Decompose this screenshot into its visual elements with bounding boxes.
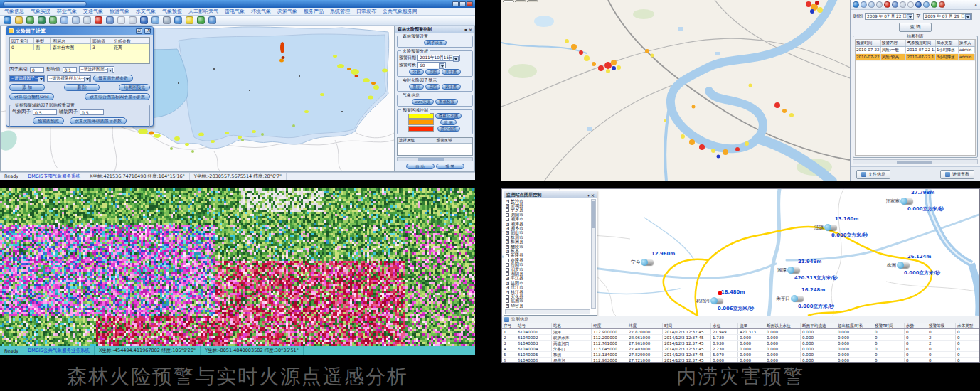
checkbox[interactable] bbox=[506, 250, 509, 253]
set-params-button[interactable]: 设置面分析参数 bbox=[93, 75, 133, 82]
menu-item[interactable]: 气象实况 bbox=[31, 8, 50, 15]
identify-icon[interactable] bbox=[129, 16, 137, 24]
display-button[interactable]: 显示 bbox=[409, 84, 424, 90]
menu-item[interactable]: 公共气象服务网 bbox=[383, 8, 417, 15]
window-icon[interactable] bbox=[892, 1, 898, 8]
warn-preview-button[interactable]: 预警图预览 bbox=[33, 117, 64, 124]
vertical-scrollbar[interactable] bbox=[591, 199, 596, 309]
result-row[interactable]: 2010-07-22 1...风险:较高2010-07-22 1...3小时降水… bbox=[856, 54, 975, 61]
checkbox[interactable] bbox=[506, 295, 509, 299]
menu-item[interactable]: 雷电气象 bbox=[225, 8, 245, 15]
analyze-button[interactable]: 因子图 bbox=[442, 69, 461, 75]
minimize-icon[interactable] bbox=[452, 1, 459, 6]
refresh-icon[interactable] bbox=[117, 16, 125, 24]
layer-select-icon[interactable] bbox=[49, 16, 57, 24]
gauge-icon[interactable] bbox=[898, 262, 910, 268]
layer-checkbox-item[interactable]: 华容县 bbox=[506, 304, 590, 308]
date-to-picker[interactable]: 2009 年 07 月 29 日 bbox=[923, 13, 972, 20]
close-icon[interactable] bbox=[144, 28, 151, 34]
checkbox[interactable] bbox=[506, 254, 509, 257]
image-icon[interactable] bbox=[923, 1, 930, 8]
panel-action-button[interactable]: 预 警 bbox=[436, 164, 464, 169]
table-row[interactable]: 261040002双牌水库112.20000028.0610002014/12/… bbox=[502, 335, 980, 341]
checkbox[interactable] bbox=[506, 208, 509, 212]
checkbox[interactable] bbox=[506, 204, 509, 208]
layer-select[interactable]: --请选择图层-- bbox=[79, 66, 114, 73]
delete-icon[interactable] bbox=[95, 16, 102, 24]
factor-setup-button[interactable]: 因子设置 bbox=[424, 40, 447, 45]
zoom-out-icon[interactable] bbox=[868, 1, 875, 8]
legend-icon[interactable] bbox=[140, 16, 148, 24]
maximize-icon[interactable] bbox=[459, 1, 466, 6]
result-preview-button[interactable]: 结果图预览 bbox=[119, 84, 150, 91]
table-row[interactable]: 361040003高塘河口112.76100027.9610002014/12/… bbox=[502, 341, 980, 346]
region-button[interactable]: 清空绘图 bbox=[437, 126, 460, 132]
checkbox[interactable] bbox=[506, 291, 509, 294]
horizontal-scrollbar[interactable] bbox=[397, 157, 473, 161]
window-titlebar[interactable] bbox=[0, 0, 475, 8]
menu-item[interactable]: 日常发布 bbox=[356, 8, 376, 15]
gauge-data-table[interactable]: 序号站号站名经度纬度时间水位流量断面以上水位断面平均流速超出幅度/时长预警T时间… bbox=[502, 323, 980, 363]
menu-item[interactable]: 决策气象 bbox=[277, 8, 297, 15]
analyze-button[interactable]: 成图 bbox=[425, 69, 440, 75]
menu-item[interactable]: 水文气象 bbox=[136, 8, 156, 15]
menu-item[interactable]: 气象信息 bbox=[4, 8, 24, 15]
pan-icon[interactable] bbox=[876, 1, 883, 8]
map-tab[interactable] bbox=[503, 0, 514, 2]
analyze-button[interactable]: 分析 bbox=[409, 69, 424, 75]
pan-icon[interactable] bbox=[83, 16, 91, 24]
calc-grid-button[interactable]: 计算综合栅格Grid bbox=[9, 93, 54, 100]
menu-item[interactable]: 服务产品 bbox=[304, 8, 324, 15]
layer-add-icon[interactable] bbox=[38, 16, 46, 24]
back-arrow-icon[interactable] bbox=[931, 1, 937, 8]
gauge-icon[interactable] bbox=[789, 267, 800, 273]
weather-factor-input[interactable]: 0.5 bbox=[33, 109, 57, 115]
measure-icon[interactable] bbox=[15, 16, 23, 24]
window-icon[interactable] bbox=[106, 16, 114, 24]
image-icon[interactable] bbox=[151, 16, 159, 24]
query-button[interactable]: 查 询 bbox=[899, 23, 931, 32]
display-button[interactable]: 因子图 bbox=[442, 84, 461, 90]
add-button[interactable]: 添 加 bbox=[9, 84, 45, 91]
table-row[interactable]: 0面森林分布图3距离 bbox=[10, 44, 149, 50]
zoom-in-icon[interactable] bbox=[861, 1, 867, 8]
detail-view-button[interactable]: 详情查看 bbox=[940, 170, 974, 179]
checkbox[interactable] bbox=[506, 213, 509, 217]
checkbox[interactable] bbox=[506, 259, 509, 262]
gauge-icon[interactable] bbox=[902, 198, 913, 204]
collapse-icon[interactable]: ▾ bbox=[587, 193, 590, 198]
table-row[interactable]: 461040004朱亭口113.04500027.4030002014/12/3… bbox=[502, 346, 980, 352]
warn-date-select[interactable]: 2011年10月15日 bbox=[417, 55, 460, 61]
close-icon[interactable] bbox=[467, 1, 473, 6]
pin-icon[interactable] bbox=[186, 16, 193, 24]
region-button[interactable]: 森林分布图 bbox=[435, 113, 462, 119]
menu-item[interactable]: 交通气象 bbox=[83, 8, 103, 15]
weather-info-button[interactable]: aws实况 bbox=[412, 99, 435, 105]
table-row[interactable]: 161040001湘潭112.90000027.8700002014/12/3 … bbox=[502, 329, 980, 335]
checkbox[interactable] bbox=[506, 231, 509, 235]
set-display-button[interactable]: 设置综合图指标因子显示参数 bbox=[85, 93, 150, 100]
restore-icon[interactable] bbox=[136, 28, 142, 34]
remote-sensing-canvas[interactable] bbox=[0, 188, 475, 346]
warning-result-table[interactable]: 预警时间预警内容气象预报时间降水类型操作人 2010-07-22 1...风险:… bbox=[855, 39, 976, 156]
checkbox[interactable] bbox=[506, 268, 509, 272]
select-arrow-icon[interactable] bbox=[26, 16, 34, 24]
checkbox[interactable] bbox=[506, 304, 509, 308]
factor-table[interactable]: 因子索引类型图层名影响值分析参数 0面森林分布图3距离 bbox=[9, 37, 150, 64]
factor-index-input[interactable]: 0 bbox=[30, 67, 44, 73]
gauge-icon[interactable] bbox=[792, 296, 804, 301]
horizontal-scrollbar[interactable] bbox=[853, 159, 978, 164]
warn-duration-select[interactable]: 60 bbox=[417, 62, 446, 68]
region-button[interactable]: 监 测 bbox=[440, 119, 457, 125]
globe-icon[interactable] bbox=[853, 1, 859, 8]
warn-region-table[interactable]: 选择属性预警区域 bbox=[397, 137, 473, 156]
export-icon[interactable] bbox=[174, 16, 182, 24]
gauge-icon[interactable] bbox=[712, 298, 723, 304]
date-from-picker[interactable]: 2009 年 07 月 22 日 bbox=[865, 13, 914, 20]
set-level-button[interactable]: 设置火险等级图显示参数 bbox=[70, 117, 127, 124]
factor-select[interactable]: --请选择因子-- bbox=[9, 75, 45, 82]
weather-info-button[interactable]: 数值预报 bbox=[435, 99, 458, 105]
result-row[interactable]: 2010-07-22 1...风险:一般2010-07-22 1...1小时降水… bbox=[856, 47, 975, 54]
map-icon[interactable] bbox=[208, 16, 216, 24]
display-button[interactable]: 成图 bbox=[425, 84, 440, 90]
